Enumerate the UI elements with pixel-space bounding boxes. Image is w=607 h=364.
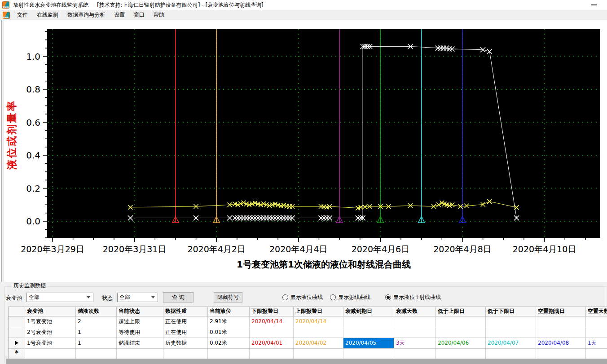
new-row[interactable]: *: [9, 349, 607, 359]
table-cell[interactable]: [486, 327, 536, 338]
hide-symbols-button[interactable]: 隐藏符号: [214, 292, 242, 303]
table-cell[interactable]: [536, 327, 586, 338]
table-header-row: 衰变池储液次数当前状态数据性质当前液位下限报警日上限报警日衰减到期日衰减天数低于…: [9, 307, 607, 316]
table-cell[interactable]: [294, 349, 343, 359]
table-cell[interactable]: [250, 327, 294, 338]
table-cell[interactable]: [343, 327, 394, 338]
table-cell[interactable]: [394, 349, 436, 359]
table-cell[interactable]: 1: [76, 338, 117, 349]
column-header[interactable]: 下限报警日: [250, 307, 294, 316]
table-cell[interactable]: 2: [76, 316, 117, 327]
pool-select[interactable]: 全部: [26, 293, 93, 302]
table-row[interactable]: 2号衰变池1等待使用正在使用0.01米: [9, 327, 607, 338]
table-cell[interactable]: [117, 349, 163, 359]
table-cell[interactable]: 1天: [586, 338, 607, 349]
new-row-star-icon: *: [15, 349, 18, 357]
table-cell[interactable]: 正在使用: [163, 327, 208, 338]
table-cell[interactable]: 3天: [394, 338, 436, 349]
curve-radio[interactable]: 显示射线曲线: [330, 294, 370, 301]
table-cell[interactable]: 等待使用: [117, 327, 163, 338]
table-cell[interactable]: 2020/04/01: [250, 338, 294, 349]
menu-item[interactable]: 帮助: [150, 10, 167, 20]
table-cell[interactable]: [436, 349, 486, 359]
column-header[interactable]: 空置期满日: [536, 307, 586, 316]
table-cell[interactable]: 1号衰变池: [25, 316, 76, 327]
table-cell[interactable]: [76, 349, 117, 359]
table-cell[interactable]: [343, 349, 394, 359]
table-cell[interactable]: [436, 316, 486, 327]
column-header[interactable]: 衰减天数: [394, 307, 436, 316]
chevron-down-icon: [87, 296, 90, 298]
table-cell[interactable]: 2020/04/02: [294, 338, 343, 349]
y-tick-label: 1.0: [26, 51, 40, 62]
status-select[interactable]: 全部: [117, 293, 158, 302]
table-cell[interactable]: [394, 316, 436, 327]
column-header[interactable]: 当前状态: [117, 307, 163, 316]
table-cell[interactable]: 1号衰变池: [25, 338, 76, 349]
x-tick-label: 2020年4月10日: [513, 244, 576, 254]
column-header[interactable]: 上限报警日: [294, 307, 343, 316]
table-cell[interactable]: 超过上限: [117, 316, 163, 327]
table-cell[interactable]: 0.02米: [208, 338, 250, 349]
x-tick-label: 2020年4月4日: [269, 244, 328, 254]
curve-radio[interactable]: 显示液位曲线: [282, 294, 323, 301]
table-cell[interactable]: 2020/04/14: [250, 316, 294, 327]
curve-radio[interactable]: 显示液位+射线曲线: [385, 294, 441, 301]
table-cell[interactable]: 2020/04/14: [294, 316, 343, 327]
row-selector[interactable]: [9, 338, 25, 349]
pool-select-value: 全部: [27, 294, 87, 301]
column-header[interactable]: 数据性质: [163, 307, 208, 316]
table-cell[interactable]: 历史数据: [163, 338, 208, 349]
table-cell[interactable]: [486, 349, 536, 359]
table-cell[interactable]: 2号衰变池: [25, 327, 76, 338]
table-cell[interactable]: [586, 316, 607, 327]
table-cell[interactable]: [486, 316, 536, 327]
table-cell[interactable]: 0.01米: [208, 327, 250, 338]
menu-item[interactable]: 数据查询与分析: [64, 10, 108, 20]
table-cell[interactable]: [536, 316, 586, 327]
row-selector[interactable]: [9, 327, 25, 338]
menu-item[interactable]: 设置: [111, 10, 128, 20]
child-window-icon: [3, 12, 10, 19]
row-selector[interactable]: *: [9, 349, 25, 359]
table-cell[interactable]: 2020/04/05: [343, 338, 394, 349]
table-cell[interactable]: 2020/04/07: [486, 338, 536, 349]
table-cell[interactable]: 1: [76, 327, 117, 338]
menu-item[interactable]: 在线监测: [34, 10, 62, 20]
table-row[interactable]: 1号衰变池2超过上限正在使用2.91米2020/04/142020/04/14: [9, 316, 607, 327]
column-header[interactable]: 衰变池: [25, 307, 76, 316]
table-cell[interactable]: 储液结束: [117, 338, 163, 349]
history-panel: 历史监测数据 衰变池 全部 状态 全部 查 询 隐藏符号 显示液位曲线显示射线曲…: [0, 282, 607, 364]
table-cell[interactable]: [394, 327, 436, 338]
chart-title: 1号衰变池第1次储液的液位和射线混合曲线: [237, 259, 411, 270]
table-cell[interactable]: [436, 327, 486, 338]
column-header[interactable]: 当前液位: [208, 307, 250, 316]
table-cell[interactable]: [294, 327, 343, 338]
table-cell[interactable]: 2020/04/06: [436, 338, 486, 349]
table-cell[interactable]: [536, 349, 586, 359]
radio-icon: [385, 294, 391, 300]
table-cell[interactable]: [586, 349, 607, 359]
row-selector[interactable]: [9, 316, 25, 327]
column-header[interactable]: 衰减到期日: [343, 307, 394, 316]
query-button[interactable]: 查 询: [163, 292, 194, 303]
table-cell[interactable]: [208, 349, 250, 359]
table-cell[interactable]: [250, 349, 294, 359]
menu-item[interactable]: 窗口: [131, 10, 148, 20]
column-header[interactable]: 空置天数: [586, 307, 607, 316]
table-cell[interactable]: 正在使用: [163, 316, 208, 327]
y-tick-label: 0.6: [26, 117, 40, 128]
column-header[interactable]: 储液次数: [76, 307, 117, 316]
x-tick-label: 2020年4月8日: [433, 244, 492, 254]
column-header[interactable]: 低于上限日: [436, 307, 486, 316]
column-header[interactable]: 低于下限日: [486, 307, 536, 316]
table-cell[interactable]: 2.91米: [208, 316, 250, 327]
table-cell[interactable]: [25, 349, 76, 359]
table-cell[interactable]: [586, 327, 607, 338]
table-row[interactable]: 1号衰变池1储液结束历史数据0.02米2020/04/012020/04/022…: [9, 338, 607, 349]
table-cell[interactable]: [163, 349, 208, 359]
minimize-icon[interactable]: [591, 4, 597, 5]
menu-item[interactable]: 文件: [14, 10, 31, 20]
table-cell[interactable]: 2020/04/08: [536, 338, 586, 349]
table-cell[interactable]: [343, 316, 394, 327]
